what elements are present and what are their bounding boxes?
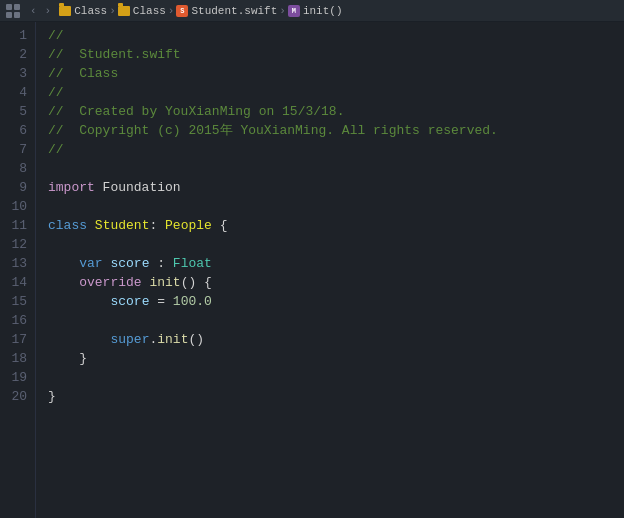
code-line	[48, 197, 624, 216]
code-line	[48, 368, 624, 387]
code-line: //	[48, 140, 624, 159]
breadcrumb-sep-1: ›	[109, 5, 116, 17]
code-line: //	[48, 26, 624, 45]
code-line	[48, 159, 624, 178]
folder-icon-2	[118, 6, 130, 16]
breadcrumb-sep-3: ›	[279, 5, 286, 17]
breadcrumb-item-2[interactable]: Class	[118, 5, 166, 17]
method-icon: M	[288, 5, 300, 17]
swift-file-icon: S	[176, 5, 188, 17]
code-line: import Foundation	[48, 178, 624, 197]
breadcrumb-sep-2: ›	[168, 5, 175, 17]
code-line: }	[48, 387, 624, 406]
code-line: // Copyright (c) 2015年 YouXianMing. All …	[48, 121, 624, 140]
breadcrumb: Class › Class › S Student.swift › M init…	[59, 5, 342, 17]
code-line	[48, 311, 624, 330]
breadcrumb-item-3[interactable]: S Student.swift	[176, 5, 277, 17]
code-line: // Student.swift	[48, 45, 624, 64]
breadcrumb-label-4: init()	[303, 5, 343, 17]
code-line: //	[48, 83, 624, 102]
breadcrumb-label-3: Student.swift	[191, 5, 277, 17]
grid-icon[interactable]	[6, 4, 20, 18]
editor: 1234567891011121314151617181920 //// Stu…	[0, 22, 624, 518]
top-bar: ‹ › Class › Class › S Student.swift › M …	[0, 0, 624, 22]
breadcrumb-item-1[interactable]: Class	[59, 5, 107, 17]
breadcrumb-item-4[interactable]: M init()	[288, 5, 343, 17]
code-content[interactable]: //// Student.swift// Class//// Created b…	[36, 22, 624, 518]
forward-button[interactable]: ›	[43, 5, 54, 17]
code-line: super.init()	[48, 330, 624, 349]
code-line: // Class	[48, 64, 624, 83]
code-line: }	[48, 349, 624, 368]
code-line: // Created by YouXianMing on 15/3/18.	[48, 102, 624, 121]
line-numbers: 1234567891011121314151617181920	[0, 22, 36, 518]
code-line: class Student: People {	[48, 216, 624, 235]
breadcrumb-label-2: Class	[133, 5, 166, 17]
code-line: score = 100.0	[48, 292, 624, 311]
back-button[interactable]: ‹	[28, 5, 39, 17]
code-line: override init() {	[48, 273, 624, 292]
folder-icon-1	[59, 6, 71, 16]
code-line	[48, 235, 624, 254]
top-bar-left: ‹ ›	[6, 4, 53, 18]
breadcrumb-label-1: Class	[74, 5, 107, 17]
code-line: var score : Float	[48, 254, 624, 273]
